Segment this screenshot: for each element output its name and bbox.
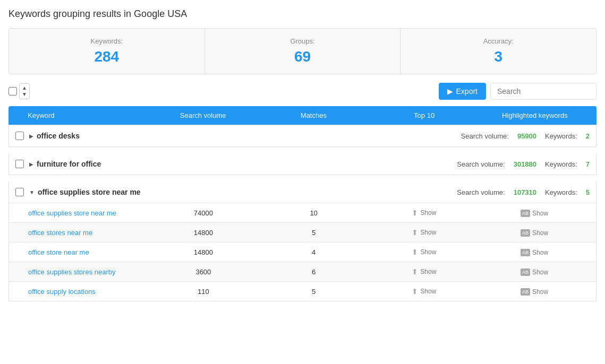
- group-header-right: Search volume: 107310 Keywords: 5: [457, 188, 590, 196]
- matches-cell: 5: [259, 288, 369, 296]
- expand-arrow[interactable]: ▶: [29, 161, 33, 167]
- matches-cell: 6: [259, 268, 369, 276]
- hl-cell[interactable]: AB Show: [479, 267, 590, 276]
- volume-cell: 3600: [148, 268, 259, 276]
- hl-show-label: Show: [532, 229, 548, 237]
- hl-show-btn[interactable]: AB Show: [521, 210, 548, 217]
- hl-show-label: Show: [532, 210, 548, 217]
- table-row: office supply locations 110 5 ⬆ Show AB …: [9, 281, 596, 301]
- ad-icon: AB: [521, 229, 530, 237]
- hl-cell[interactable]: AB Show: [479, 209, 590, 217]
- keyword-link[interactable]: office supplies store near me: [15, 209, 148, 217]
- keyword-link[interactable]: office supplies stores nearby: [15, 268, 148, 276]
- top10-show-btn[interactable]: ⬆ Show: [412, 228, 436, 237]
- matches-cell: 10: [259, 209, 369, 217]
- hl-cell[interactable]: AB Show: [479, 248, 590, 256]
- keyword-link[interactable]: office store near me: [15, 248, 148, 256]
- group-header[interactable]: ▶ furniture for office Search volume: 30…: [9, 153, 596, 175]
- select-all-checkbox[interactable]: [8, 87, 17, 96]
- group-furniture-for-office: ▶ furniture for office Search volume: 30…: [8, 153, 597, 175]
- top10-show-label: Show: [420, 209, 436, 216]
- expand-arrow[interactable]: ▶: [29, 133, 33, 139]
- hl-cell[interactable]: AB Show: [479, 287, 590, 296]
- hl-show-btn[interactable]: AB Show: [521, 268, 548, 276]
- group-header[interactable]: ▶ office desks Search volume: 95900 Keyw…: [9, 125, 596, 146]
- header-matches: Matches: [258, 111, 369, 119]
- group-checkbox[interactable]: [15, 132, 24, 140]
- stats-bar: Keywords: 284 Groups: 69 Accuracy: 3: [8, 28, 597, 74]
- top10-show-btn[interactable]: ⬆ Show: [412, 248, 436, 256]
- accuracy-label: Accuracy:: [409, 37, 587, 45]
- keyword-link[interactable]: office stores near me: [15, 229, 148, 237]
- keywords-label: Keywords:: [545, 188, 577, 196]
- hl-show-label: Show: [532, 268, 548, 276]
- keywords-label: Keywords:: [18, 37, 196, 45]
- toolbar-left: ▲ ▼: [8, 83, 434, 99]
- top10-show-label: Show: [420, 288, 436, 295]
- hl-show-label: Show: [532, 288, 548, 296]
- header-search-volume: Search volume: [148, 111, 258, 119]
- hl-show-btn[interactable]: AB Show: [521, 288, 548, 296]
- search-volume-label: Search volume:: [461, 132, 509, 140]
- top10-cell[interactable]: ⬆ Show: [369, 228, 480, 237]
- table-container: Keyword Search volume Matches Top 10 Hig…: [8, 106, 597, 301]
- export-button[interactable]: ▶ Export: [439, 83, 486, 100]
- group-keywords-count: 2: [586, 132, 590, 140]
- accuracy-value: 3: [409, 48, 587, 65]
- stat-keywords: Keywords: 284: [9, 29, 205, 74]
- volume-cell: 14800: [148, 248, 259, 256]
- hl-cell[interactable]: AB Show: [479, 228, 590, 237]
- search-volume-label: Search volume:: [457, 188, 505, 196]
- group-header-right: Search volume: 95900 Keywords: 2: [461, 132, 590, 140]
- ad-icon: AB: [521, 268, 530, 276]
- top10-cell[interactable]: ⬆ Show: [369, 209, 480, 217]
- top10-show-btn[interactable]: ⬆ Show: [412, 209, 436, 217]
- table-header: Keyword Search volume Matches Top 10 Hig…: [8, 106, 597, 125]
- upload-icon: ⬆: [412, 228, 418, 237]
- header-top10: Top 10: [369, 111, 480, 119]
- table-row: office supplies store near me 74000 10 ⬆…: [9, 203, 596, 222]
- matches-cell: 4: [259, 248, 369, 256]
- group-volume: 107310: [514, 188, 536, 196]
- sort-control[interactable]: ▲ ▼: [19, 83, 30, 99]
- group-checkbox[interactable]: [15, 188, 24, 196]
- group-volume: 95900: [517, 132, 536, 140]
- table-row: office stores near me 14800 5 ⬆ Show AB …: [9, 222, 596, 242]
- top10-cell[interactable]: ⬆ Show: [369, 287, 480, 296]
- group-header[interactable]: ▼ office supplies store near me Search v…: [9, 181, 596, 203]
- volume-cell: 110: [148, 288, 259, 296]
- group-header-right: Search volume: 301880 Keywords: 7: [457, 160, 590, 168]
- table-row: office supplies stores nearby 3600 6 ⬆ S…: [9, 262, 596, 281]
- search-input[interactable]: [490, 83, 597, 100]
- upload-icon: ⬆: [412, 248, 418, 256]
- group-header-left: ▶ office desks: [15, 132, 461, 140]
- group-name: office desks: [37, 132, 80, 140]
- group-checkbox[interactable]: [15, 160, 24, 168]
- upload-icon: ⬆: [412, 209, 418, 217]
- page-title: Keywords grouping results in Google USA: [8, 8, 597, 20]
- hl-show-btn[interactable]: AB Show: [521, 249, 548, 256]
- search-volume-label: Search volume:: [457, 160, 505, 168]
- top10-show-label: Show: [420, 268, 436, 275]
- export-icon: ▶: [447, 87, 453, 96]
- groups-label: Groups:: [214, 37, 392, 45]
- group-keywords-count: 7: [586, 160, 590, 168]
- keyword-rows: office supplies store near me 74000 10 ⬆…: [9, 203, 596, 301]
- hl-show-btn[interactable]: AB Show: [521, 229, 548, 237]
- ad-icon: AB: [521, 249, 530, 256]
- keywords-label: Keywords:: [545, 132, 577, 140]
- top10-show-btn[interactable]: ⬆ Show: [412, 287, 436, 296]
- toolbar: ▲ ▼ ▶ Export: [8, 83, 597, 100]
- keyword-link[interactable]: office supply locations: [15, 288, 148, 296]
- header-highlighted: Highlighted keywords: [480, 111, 590, 119]
- table-row: office store near me 14800 4 ⬆ Show AB S…: [9, 242, 596, 262]
- group-header-left: ▶ furniture for office: [15, 160, 457, 168]
- top10-cell[interactable]: ⬆ Show: [369, 248, 480, 256]
- group-office-desks: ▶ office desks Search volume: 95900 Keyw…: [8, 125, 597, 147]
- top10-cell[interactable]: ⬆ Show: [369, 267, 480, 276]
- matches-cell: 5: [259, 229, 369, 237]
- volume-cell: 14800: [148, 229, 259, 237]
- expand-arrow[interactable]: ▼: [29, 189, 35, 195]
- groups-container: ▶ office desks Search volume: 95900 Keyw…: [8, 125, 597, 301]
- top10-show-btn[interactable]: ⬆ Show: [412, 267, 436, 276]
